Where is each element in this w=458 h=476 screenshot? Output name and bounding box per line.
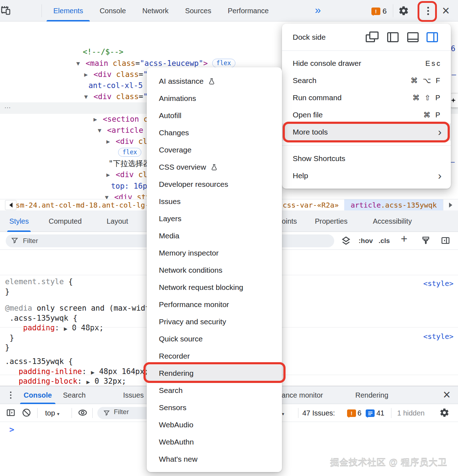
sidebar-tab[interactable]: Accessibility <box>373 210 412 232</box>
submenu-item[interactable]: Issues <box>147 193 282 210</box>
toolbar-separator <box>393 4 393 17</box>
submenu-item[interactable]: Network request blocking <box>147 279 282 296</box>
submenu-item[interactable]: What's new <box>147 451 282 468</box>
hidden-messages-label[interactable]: 1 hidden <box>397 404 425 422</box>
submenu-item[interactable]: Animations <box>147 90 282 107</box>
sidebar-tab[interactable]: Layout <box>107 210 128 232</box>
dock-right-icon[interactable] <box>427 32 438 42</box>
submenu-item[interactable]: Network conditions <box>147 262 282 279</box>
submenu-item[interactable]: Search <box>147 382 282 399</box>
undock-icon[interactable] <box>366 31 379 43</box>
issues-summary[interactable]: 47 Issues: <box>302 404 335 422</box>
dock-side-label: Dock side <box>293 24 326 51</box>
submenu-item-label: Autofill <box>159 111 181 120</box>
menu-item[interactable]: Search ⌘ ⌥ F <box>282 72 451 89</box>
submenu-item[interactable]: Rendering <box>147 365 282 382</box>
submenu-item-label: Search <box>159 386 183 395</box>
menu-item[interactable] <box>282 141 451 150</box>
submenu-item[interactable]: Media <box>147 227 282 244</box>
settings-gear-icon[interactable] <box>398 5 409 16</box>
sidebar-tab[interactable]: Properties <box>315 210 347 232</box>
code-token: .acss-135ywqk <box>381 201 437 209</box>
console-settings-gear-icon[interactable] <box>439 408 449 419</box>
clear-console-icon[interactable] <box>21 408 31 419</box>
node-more-actions-icon[interactable]: ⋯ <box>4 102 11 113</box>
issues-counter[interactable]: ! 6 <box>371 7 387 15</box>
style-source-link[interactable]: <style> <box>423 332 453 341</box>
more-tabs-icon[interactable]: » <box>315 0 321 21</box>
submenu-item[interactable]: Developer resources <box>147 176 282 193</box>
menu-item[interactable]: Show Shortcuts <box>282 150 451 167</box>
match-styles-layers-icon[interactable] <box>341 235 351 249</box>
submenu-item-label: WebAudio <box>159 421 194 429</box>
code-token: ▶ <box>91 370 94 375</box>
device-toolbar-icon[interactable] <box>0 5 11 16</box>
submenu-item[interactable]: Recorder <box>147 348 282 365</box>
dock-left-icon[interactable] <box>387 32 399 42</box>
submenu-item-label: CSS overview <box>159 163 206 171</box>
drawer-tab[interactable]: Console <box>19 386 56 404</box>
customize-devtools-kebab-icon[interactable] <box>422 5 434 16</box>
message-bubble-icon <box>366 409 375 417</box>
close-devtools-icon[interactable]: × <box>440 5 452 16</box>
menu-item[interactable]: Hide console drawer Esc <box>282 55 451 72</box>
submenu-item[interactable]: Performance monitor <box>147 296 282 313</box>
submenu-item[interactable]: Autofill <box>147 107 282 124</box>
toggle-sidebar-icon[interactable] <box>440 235 451 249</box>
breadcrumb-item[interactable]: css-var-«R2a» <box>283 199 339 211</box>
sidebar-tab[interactable]: Computed <box>49 210 82 232</box>
hov-pseudo-toggle[interactable]: :hov <box>359 235 373 246</box>
sidebar-tab[interactable]: Styles <box>9 210 29 232</box>
submenu-item[interactable]: AI assistance <box>147 73 282 90</box>
submenu-item-label: What's new <box>159 455 198 463</box>
submenu-item[interactable]: Sensors <box>147 399 282 416</box>
submenu-item-label: Sensors <box>159 403 186 412</box>
breadcrumb-item[interactable]: sm-24.ant-col-md-18.ant-col-lg- <box>16 199 149 211</box>
panel-tab[interactable]: Console <box>91 0 134 21</box>
panel-tab[interactable]: Network <box>134 0 177 21</box>
dock-bottom-icon[interactable] <box>407 32 419 42</box>
show-console-sidebar-icon[interactable] <box>6 408 16 419</box>
submenu-item-label: Performance monitor <box>159 300 229 309</box>
panel-tab[interactable]: Elements <box>45 0 91 21</box>
submenu-item[interactable]: Quick source <box>147 330 282 348</box>
breadcrumb-forward-icon[interactable] <box>443 199 458 211</box>
breadcrumb-back-icon[interactable] <box>5 200 16 210</box>
drawer-tab[interactable]: Issues <box>119 386 148 404</box>
submenu-item[interactable]: Changes <box>147 124 282 141</box>
menu-item[interactable]: More tools › <box>282 123 451 141</box>
submenu-item[interactable]: WebAuthn <box>147 433 282 451</box>
menu-item[interactable]: Run command ⌘ ⇧ P <box>282 89 451 106</box>
submenu-item[interactable]: Memory inspector <box>147 244 282 262</box>
submenu-item[interactable]: WebAudio <box>147 416 282 433</box>
submenu-item-label: Recorder <box>159 352 190 360</box>
console-context-selector[interactable]: top ▾ <box>45 404 59 422</box>
submenu-item[interactable]: Coverage <box>147 141 282 159</box>
panel-tab[interactable]: Sources <box>177 0 219 21</box>
rendering-brush-icon[interactable] <box>421 235 431 249</box>
message-count: 41 <box>376 404 384 422</box>
submenu-item-label: Network conditions <box>159 266 222 275</box>
close-drawer-icon[interactable]: × <box>443 389 450 400</box>
style-source-link[interactable]: <style> <box>423 279 453 288</box>
menu-item-label: Search <box>293 76 411 85</box>
drawer-tab[interactable]: Search <box>59 386 90 404</box>
submenu-item[interactable]: Privacy and security <box>147 313 282 330</box>
issue-error-icon: ! <box>371 8 380 15</box>
panel-tab-label: Network <box>142 7 169 15</box>
menu-item[interactable]: Open file ⌘ P <box>282 106 451 123</box>
layer-footer[interactable]: Layer global <box>5 377 59 386</box>
cls-class-toggle[interactable]: .cls <box>379 235 390 246</box>
drawer-tab[interactable]: Rendering <box>351 386 393 404</box>
menu-item[interactable]: Help › <box>282 167 451 184</box>
menu-item-label: More tools <box>293 128 434 136</box>
submenu-item[interactable]: CSS overview <box>147 159 282 176</box>
panel-tabs: Elements Console Network Sources Perform… <box>45 0 277 21</box>
new-style-rule-plus-icon[interactable]: + <box>401 233 408 244</box>
issue-error-icon: ! <box>347 409 356 417</box>
panel-tab[interactable]: Performance <box>220 0 277 21</box>
submenu-item[interactable]: Layers <box>147 210 282 227</box>
eye-live-expression-icon[interactable] <box>77 408 88 419</box>
drawer-kebab-icon[interactable] <box>10 392 11 399</box>
breadcrumb-item[interactable]: article.acss-135ywqk <box>344 199 443 211</box>
